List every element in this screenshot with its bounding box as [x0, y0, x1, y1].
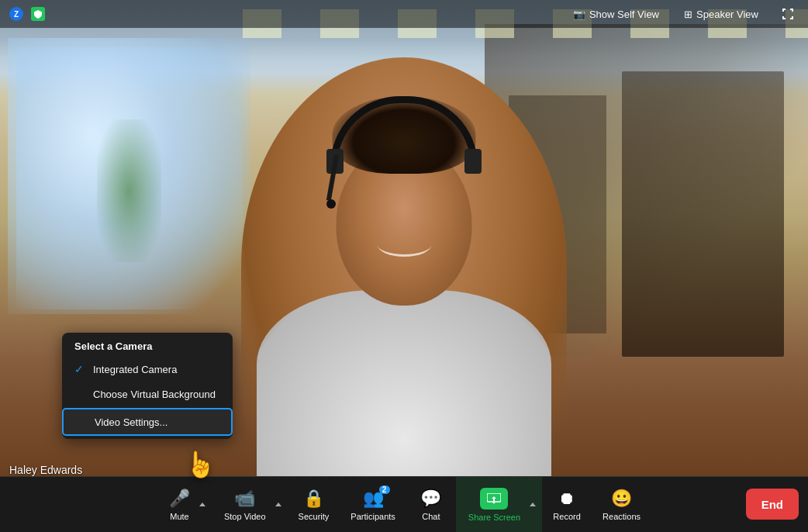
mute-button-group: 🎤 Mute [157, 477, 212, 532]
show-self-view-button[interactable]: 📷 Show Self View [567, 5, 665, 23]
top-bar: Z 📷 Show Self View ⊞ Speaker View [0, 0, 808, 28]
participants-icon-wrapper: 👥 2 [363, 489, 384, 509]
share-screen-icon-wrapper [480, 488, 508, 510]
share-screen-button[interactable]: Share Screen [456, 477, 527, 532]
camera-label-video-settings: Video Settings... [95, 416, 167, 428]
bottom-toolbar: 🎤 Mute 📹 Stop Video 🔒 [0, 476, 808, 532]
participants-badge: 2 [379, 485, 390, 494]
share-screen-arrow-icon [530, 502, 536, 508]
fullscreen-icon [782, 8, 794, 20]
stop-video-arrow-icon [275, 502, 281, 508]
security-label: Security [299, 512, 330, 521]
participants-button[interactable]: 👥 2 Participants [340, 477, 406, 532]
camera-option-integrated[interactable]: ✓ Integrated Camera [62, 357, 233, 382]
check-icon-empty: ✓ [74, 388, 87, 400]
camera-option-video-settings[interactable]: ✓ Video Settings... [62, 408, 233, 436]
record-label: Record [553, 512, 580, 521]
camera-select-popup: Select a Camera ✓ Integrated Camera ✓ Ch… [62, 333, 233, 439]
reactions-label: Reactions [603, 512, 641, 521]
check-icon-empty2: ✓ [76, 416, 88, 428]
camera-label-virtual-bg: Choose Virtual Background [93, 389, 216, 400]
camera-small-icon: 📷 [573, 9, 585, 20]
participant-name: Haley Edwards [9, 464, 82, 476]
camera-option-virtual-bg[interactable]: ✓ Choose Virtual Background [62, 382, 233, 406]
share-screen-label: Share Screen [468, 513, 520, 522]
fullscreen-button[interactable] [777, 5, 799, 23]
mute-arrow-icon [199, 502, 205, 508]
chat-icon: 💬 [420, 489, 441, 509]
mute-button[interactable]: 🎤 Mute [157, 477, 196, 532]
reactions-icon: 😀 [611, 489, 632, 509]
security-status-icon [31, 7, 45, 21]
grid-icon: ⊞ [684, 9, 692, 20]
reactions-button[interactable]: 😀 Reactions [592, 477, 651, 532]
show-self-view-label: Show Self View [589, 9, 659, 20]
headphone-right [464, 149, 482, 174]
camera-label-integrated: Integrated Camera [93, 364, 177, 375]
camera-popup-header: Select a Camera [62, 333, 233, 357]
chat-label: Chat [422, 512, 440, 521]
speaker-view-button[interactable]: ⊞ Speaker View [678, 5, 765, 23]
security-icon: 🔒 [303, 489, 324, 509]
mic-icon: 🎤 [169, 489, 190, 509]
person-top [257, 290, 551, 476]
stop-video-chevron[interactable] [272, 477, 288, 532]
top-bar-left: Z [9, 7, 45, 21]
check-icon: ✓ [74, 363, 87, 375]
smile [377, 233, 431, 257]
mute-chevron[interactable] [196, 477, 212, 532]
stop-video-button-group: 📹 Stop Video [212, 477, 288, 532]
security-button[interactable]: 🔒 Security [288, 477, 340, 532]
record-button[interactable]: ⏺ Record [542, 477, 592, 532]
share-screen-chevron[interactable] [527, 477, 542, 532]
chat-button[interactable]: 💬 Chat [406, 477, 456, 532]
top-bar-right: 📷 Show Self View ⊞ Speaker View [567, 5, 799, 23]
cursor-hand: ☝️ [185, 450, 216, 479]
share-screen-button-group: Share Screen [456, 477, 542, 532]
record-icon: ⏺ [558, 489, 575, 509]
zoom-icon: Z [9, 7, 23, 21]
video-cam-icon: 📹 [234, 489, 255, 509]
stop-video-label: Stop Video [224, 512, 266, 521]
speaker-view-label: Speaker View [696, 9, 758, 20]
share-screen-icon [487, 493, 501, 504]
participants-label: Participants [350, 512, 395, 521]
bg-furniture-1 [622, 71, 783, 357]
mute-label: Mute [170, 512, 188, 521]
stop-video-button[interactable]: 📹 Stop Video [212, 477, 272, 532]
video-container: Z 📷 Show Self View ⊞ Speaker View [0, 0, 808, 532]
bg-plant [97, 119, 161, 262]
end-button[interactable]: End [746, 489, 799, 520]
mic-head [326, 199, 336, 209]
